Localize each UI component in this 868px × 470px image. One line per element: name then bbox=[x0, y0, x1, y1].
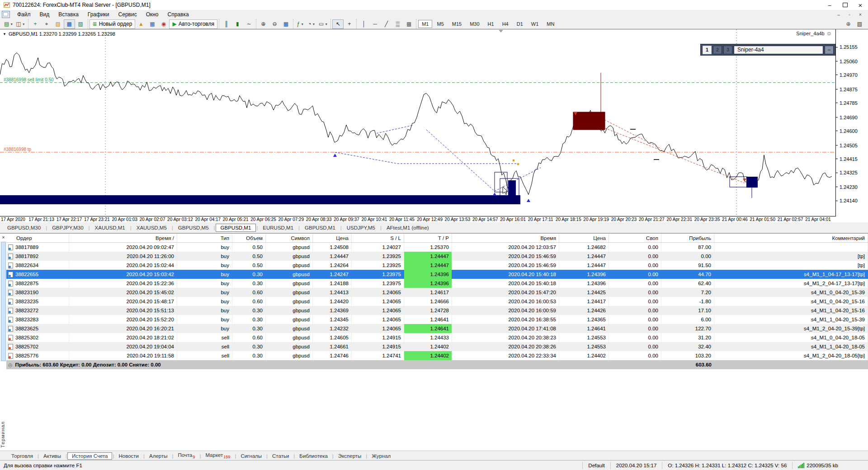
child-restore-button[interactable]: ▫ bbox=[846, 12, 853, 17]
minimize-button[interactable]: – bbox=[822, 0, 837, 10]
terminal-tab-2[interactable]: История Счета bbox=[67, 452, 113, 460]
terminal-button[interactable]: ▦ bbox=[64, 19, 75, 29]
trade-line-2[interactable] bbox=[426, 130, 495, 191]
history-row[interactable]: 388236252020.04.20 16:20:21buy0.30gbpusd… bbox=[6, 324, 868, 333]
column-header-open-time[interactable]: Время / bbox=[69, 234, 177, 242]
periods-button[interactable]: ◔▼ bbox=[306, 19, 317, 29]
sniper-page-3[interactable]: 3 bbox=[723, 46, 732, 54]
column-header-close-time[interactable]: Время bbox=[452, 234, 559, 242]
horizontal-line-button[interactable]: ─ bbox=[369, 19, 381, 29]
history-row[interactable]: 388232352020.04.20 15:48:17buy0.60gbpusd… bbox=[6, 297, 868, 306]
close-button[interactable]: × bbox=[853, 0, 868, 10]
column-header-open-price[interactable]: Цена bbox=[313, 234, 352, 242]
new-order-button[interactable]: ≣Новый ордер bbox=[90, 19, 136, 29]
expert-smiley-icon[interactable]: ☺ bbox=[826, 30, 832, 37]
chart-plot-area[interactable]: #38816998 sell limit 0.50#38816998 tp ▼ … bbox=[0, 29, 835, 216]
menu-file[interactable]: Файл bbox=[13, 10, 35, 19]
menu-insert[interactable]: Вставка bbox=[54, 10, 83, 19]
price-axis[interactable]: 1.251551.250601.249701.248751.247851.246… bbox=[835, 29, 868, 216]
properties-button[interactable]: ▧ bbox=[854, 19, 865, 29]
chart-tab-8[interactable]: USDJPY,M5 bbox=[342, 224, 380, 232]
terminal-tab-8[interactable]: Статьи bbox=[268, 452, 293, 460]
strategy-tester-button[interactable]: ▧ bbox=[75, 19, 86, 29]
child-close-button[interactable]: × bbox=[857, 12, 863, 17]
chart-tab-0[interactable]: GBPUSD,M30 bbox=[3, 224, 45, 232]
history-row[interactable]: 388232832020.04.20 15:52:20buy0.30gbpusd… bbox=[6, 315, 868, 324]
column-header-type[interactable]: Тип bbox=[177, 234, 232, 242]
menu-view[interactable]: Вид bbox=[35, 10, 54, 19]
history-row[interactable]: 388232722020.04.20 15:51:13buy0.30gbpusd… bbox=[6, 306, 868, 315]
terminal-tab-1[interactable]: Активы bbox=[39, 452, 65, 460]
terminal-tab-0[interactable]: Торговля bbox=[7, 452, 37, 460]
menu-charts[interactable]: Графики bbox=[83, 10, 114, 19]
chart-tab-5[interactable]: GBPUSD,M1 bbox=[216, 224, 256, 232]
chart-collapse-icon[interactable]: ▼ bbox=[3, 32, 6, 36]
chart-tab-7[interactable]: GBPUSD,M1 bbox=[300, 224, 340, 232]
vertical-line-button[interactable]: │ bbox=[358, 19, 369, 29]
column-header-tp[interactable]: T / P bbox=[404, 234, 452, 242]
data-window-button[interactable]: ⌖ bbox=[41, 19, 52, 29]
trade-zone-1[interactable] bbox=[573, 112, 605, 130]
timeframe-m30[interactable]: M30 bbox=[466, 20, 483, 28]
timeframe-m15[interactable]: M15 bbox=[448, 20, 465, 28]
terminal-close-button[interactable]: × bbox=[1, 235, 6, 240]
chart-tab-9[interactable]: AFtest,M1 (offline) bbox=[382, 224, 434, 232]
sniper-page-1[interactable]: 1 bbox=[703, 46, 712, 54]
history-row[interactable]: 388226342020.04.20 15:02:44buy0.50gbpusd… bbox=[6, 261, 868, 270]
navigator-button[interactable]: ▨ bbox=[52, 19, 64, 29]
history-row[interactable]: 388257762020.04.20 19:11:58sell0.30gbpus… bbox=[6, 351, 868, 360]
column-header-swap[interactable]: Своп bbox=[609, 234, 661, 242]
metaeditor-button[interactable]: ▲ bbox=[135, 19, 146, 29]
experts-button[interactable]: ▦ bbox=[146, 19, 158, 29]
timeframe-d1[interactable]: D1 bbox=[513, 20, 527, 28]
column-header-comment[interactable]: Комментарий bbox=[714, 234, 868, 242]
chart-tab-6[interactable]: EURUSD,M1 bbox=[258, 224, 298, 232]
history-row[interactable]: 388178922020.04.20 11:26:00buy0.50gbpusd… bbox=[6, 252, 868, 261]
history-row[interactable]: 388178892020.04.20 09:02:47buy0.50gbpusd… bbox=[6, 243, 868, 252]
auto-trading-button[interactable]: ▶Авто-торговля bbox=[169, 19, 217, 29]
bar-chart-button[interactable]: ║ bbox=[221, 19, 232, 29]
timeframe-h4[interactable]: H4 bbox=[499, 20, 512, 28]
time-axis[interactable]: 17 Apr 202017 Apr 21:1317 Apr 22:1717 Ap… bbox=[0, 216, 868, 223]
column-header-profit[interactable]: Прибыль bbox=[661, 234, 714, 242]
terminal-tab-11[interactable]: Журнал bbox=[368, 452, 395, 460]
search-button[interactable]: ⊕ bbox=[843, 19, 854, 29]
sniper-name-field[interactable]: Sniper-4a4 bbox=[734, 46, 823, 54]
crosshair-button[interactable]: + bbox=[344, 19, 355, 29]
timeframe-h1[interactable]: H1 bbox=[484, 20, 498, 28]
zoom-in-button[interactable]: ⊕ bbox=[258, 19, 269, 29]
equidistant-channel-button[interactable]: ▒ bbox=[392, 19, 403, 29]
zoom-out-button[interactable]: ⊖ bbox=[269, 19, 280, 29]
chart-tab-3[interactable]: XAUUSD,M5 bbox=[132, 224, 171, 232]
history-row[interactable]: 388231902020.04.20 15:45:02buy0.60gbpusd… bbox=[6, 288, 868, 297]
tile-windows-button[interactable]: ▦ bbox=[280, 19, 292, 29]
history-row[interactable]: 388253022020.04.20 18:21:02sell0.60gbpus… bbox=[6, 333, 868, 342]
history-row[interactable]: 388228752020.04.20 15:22:36buy0.30gbpusd… bbox=[6, 279, 868, 288]
market-watch-button[interactable]: + bbox=[30, 19, 41, 29]
news-button[interactable]: ◉ bbox=[158, 19, 169, 29]
trade-zone-6[interactable] bbox=[746, 177, 758, 188]
status-profile[interactable]: Default bbox=[582, 462, 610, 469]
timeframe-m1[interactable]: M1 bbox=[418, 20, 432, 28]
column-header-close-price[interactable]: Цена bbox=[559, 234, 609, 242]
history-row[interactable]: 388226552020.04.20 15:03:42buy0.30gbpusd… bbox=[6, 270, 868, 279]
templates-button[interactable]: ▭▼ bbox=[317, 19, 329, 29]
column-header-order[interactable]: Ордер bbox=[6, 234, 69, 242]
history-row[interactable]: 388257022020.04.20 19:04:04sell0.30gbpus… bbox=[6, 342, 868, 351]
timeframe-mn[interactable]: MN bbox=[543, 20, 558, 28]
restore-button[interactable] bbox=[837, 0, 853, 10]
column-header-symbol[interactable]: Символ bbox=[266, 234, 313, 242]
chart-tab-4[interactable]: GBPUSD,M5 bbox=[174, 224, 213, 232]
terminal-tab-5[interactable]: Почта9 bbox=[174, 451, 199, 460]
chart-tab-2[interactable]: XAUUSD,M1 bbox=[90, 224, 130, 232]
line-chart-button[interactable]: ∼ bbox=[243, 19, 255, 29]
timeframe-w1[interactable]: W1 bbox=[528, 20, 542, 28]
price-chart[interactable]: #38816998 sell limit 0.50#38816998 tp bbox=[0, 29, 835, 216]
chart-tab-1[interactable]: GBPJPY,M30 bbox=[47, 224, 88, 232]
terminal-tab-9[interactable]: Библиотека bbox=[295, 452, 332, 460]
column-header-sl[interactable]: S / L bbox=[352, 234, 404, 242]
candlestick-chart-button[interactable]: ▮ bbox=[232, 19, 243, 29]
timeframe-m5[interactable]: M5 bbox=[433, 20, 447, 28]
sniper-collapse-button[interactable]: – bbox=[825, 46, 834, 54]
new-chart-button[interactable]: ▤▼ bbox=[3, 19, 14, 29]
